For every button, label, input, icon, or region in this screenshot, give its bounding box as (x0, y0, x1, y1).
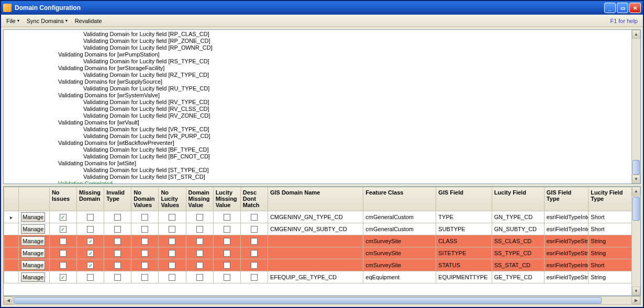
menu-revalidate[interactable]: Revalidate (72, 17, 105, 25)
manage-button[interactable]: Manage (21, 236, 45, 246)
checkbox[interactable] (216, 226, 238, 233)
checkbox[interactable]: ✓ (79, 262, 102, 269)
maximize-button[interactable]: ▭ (617, 3, 628, 13)
checkbox[interactable] (134, 274, 156, 281)
checkbox[interactable] (188, 214, 211, 221)
scroll-down-icon[interactable]: ▼ (632, 287, 640, 295)
checkbox[interactable] (52, 262, 74, 269)
checkbox[interactable] (243, 238, 265, 245)
log-line: Validating Domains for [wtBackflowPreven… (6, 140, 629, 146)
menu-sync-domains[interactable]: Sync Domains▾ (24, 17, 71, 25)
checkbox[interactable] (134, 238, 156, 245)
checkbox[interactable] (216, 238, 238, 245)
scroll-right-icon[interactable]: ▶ (631, 296, 640, 304)
checkbox[interactable]: ✓ (52, 274, 74, 281)
checkbox[interactable] (188, 238, 211, 245)
row-selector[interactable]: ▸ (4, 211, 19, 223)
scroll-down-icon[interactable]: ▼ (632, 175, 640, 184)
row-selector[interactable] (4, 259, 19, 271)
manage-cell: Manage (19, 259, 50, 271)
log-line: Validating Domains for [wrSupplySource] (6, 78, 629, 85)
menu-file[interactable]: File▾ (3, 17, 23, 25)
cell-feature-class: eqEquipment (363, 271, 436, 283)
manage-button[interactable]: Manage (21, 224, 45, 234)
cell-gis-domain (268, 247, 363, 259)
row-selector[interactable] (4, 223, 19, 235)
chevron-down-icon: ▾ (65, 18, 68, 23)
grid-scrollbar[interactable]: ▲ ▼ (631, 187, 640, 295)
scroll-left-icon[interactable]: ◀ (4, 296, 13, 304)
log-line: Validating Domain for Lucity field [RP_O… (6, 44, 629, 51)
checkbox[interactable] (243, 250, 265, 257)
col-gis-field: GIS Field (436, 187, 492, 211)
checkbox[interactable] (161, 250, 183, 257)
scroll-thumb[interactable] (632, 160, 640, 175)
row-selector[interactable] (4, 247, 19, 259)
manage-button[interactable]: Manage (21, 248, 45, 258)
checkbox[interactable] (106, 238, 129, 245)
table-row[interactable]: Manage✓EFEQUIP_GE_TYPE_CDeqEquipmentEQUI… (4, 271, 632, 283)
checkbox[interactable] (52, 238, 74, 245)
checkbox[interactable]: ✓ (79, 238, 102, 245)
minimize-button[interactable]: _ (604, 3, 616, 13)
horizontal-scrollbar[interactable]: ◀ ▶ (3, 296, 641, 305)
cell-lucity-field-type: Short (589, 259, 631, 271)
checkbox[interactable] (216, 250, 238, 257)
checkbox[interactable] (188, 262, 211, 269)
checkbox[interactable] (52, 250, 74, 257)
col-manage (19, 187, 50, 211)
checkbox[interactable] (216, 274, 238, 281)
checkbox[interactable] (106, 262, 129, 269)
row-selector[interactable] (4, 235, 19, 247)
checkbox[interactable] (161, 226, 183, 233)
checkbox[interactable] (79, 274, 102, 281)
scroll-thumb[interactable] (632, 197, 640, 221)
checkbox[interactable] (134, 226, 156, 233)
checkbox[interactable] (216, 214, 238, 221)
manage-button[interactable]: Manage (21, 260, 45, 270)
checkbox[interactable] (188, 250, 211, 257)
checkbox[interactable] (243, 214, 265, 221)
checkbox[interactable] (106, 274, 129, 281)
close-button[interactable]: ✕ (629, 3, 641, 13)
checkbox[interactable] (243, 262, 265, 269)
checkbox[interactable] (243, 274, 265, 281)
checkbox[interactable]: ✓ (52, 214, 74, 221)
checkbox[interactable] (134, 250, 156, 257)
checkbox[interactable]: ✓ (79, 250, 102, 257)
checkbox[interactable]: ✓ (52, 226, 74, 233)
table-row[interactable]: Manage✓cmSurveySiteCLASSSS_CLAS_CDesriFi… (4, 235, 632, 247)
manage-button[interactable]: Manage (21, 272, 45, 282)
checkbox[interactable] (79, 226, 102, 233)
checkbox[interactable] (161, 262, 183, 269)
col-no-domain-values: No Domain Values (131, 187, 159, 211)
scroll-up-icon[interactable]: ▲ (632, 187, 640, 196)
checkbox[interactable] (188, 274, 211, 281)
checkbox[interactable] (216, 262, 238, 269)
table-row[interactable]: Manage✓cmSurveySiteSTATUSSS_STAT_CDesriF… (4, 259, 632, 271)
cell-lucity-field: GE_TYPE_CD (492, 271, 544, 283)
checkbox[interactable] (79, 214, 102, 221)
checkbox[interactable] (188, 226, 211, 233)
window-title: Domain Configuration (15, 4, 604, 12)
table-row[interactable]: Manage✓cmSurveySiteSITETYPESS_TYPE_CDesr… (4, 247, 632, 259)
table-row[interactable]: Manage✓CMGENINV_GN_SUBTY_CDcmGeneralCust… (4, 223, 632, 235)
scroll-up-icon[interactable]: ▲ (632, 30, 640, 39)
checkbox[interactable] (106, 214, 129, 221)
cell-lucity-field-type: Short (589, 211, 631, 223)
checkbox[interactable] (161, 214, 183, 221)
help-hint: F1 for help (610, 18, 641, 24)
log-scrollbar[interactable]: ▲ ▼ (631, 30, 640, 184)
checkbox[interactable] (161, 274, 183, 281)
checkbox[interactable] (106, 226, 129, 233)
checkbox[interactable] (161, 238, 183, 245)
manage-button[interactable]: Manage (21, 212, 45, 222)
validation-completed: Validation Completed (6, 180, 629, 184)
checkbox[interactable] (134, 262, 156, 269)
table-row[interactable]: ▸Manage✓CMGENINV_GN_TYPE_CDcmGeneralCust… (4, 211, 632, 223)
row-selector[interactable] (4, 271, 19, 283)
scroll-thumb[interactable] (14, 297, 602, 304)
checkbox[interactable] (243, 226, 265, 233)
checkbox[interactable] (134, 214, 156, 221)
checkbox[interactable] (106, 250, 129, 257)
